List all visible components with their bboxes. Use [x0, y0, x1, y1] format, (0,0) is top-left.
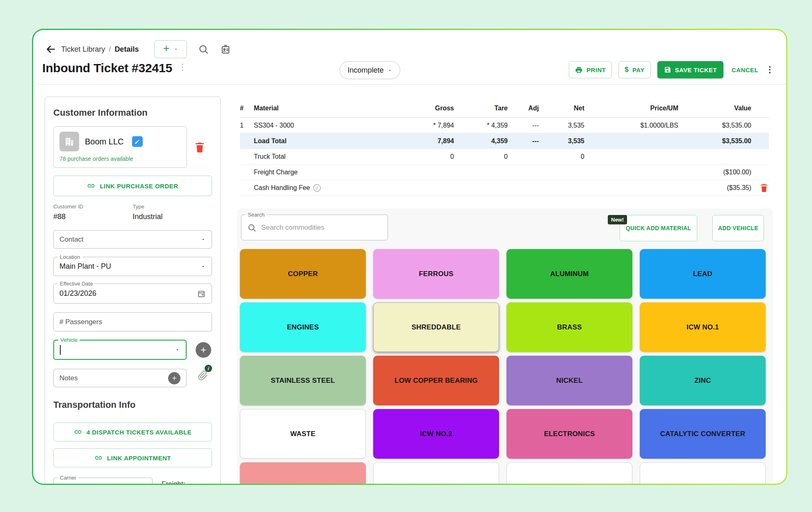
commodity-label: ZINC: [694, 377, 711, 385]
print-button[interactable]: PRINT: [569, 61, 612, 78]
printer-icon: [575, 66, 583, 74]
carrier-row: Carrier Freight:: [53, 478, 212, 485]
passengers-field[interactable]: # Passengers: [53, 312, 212, 331]
materials-table: # Material Gross Tare Adj Net Price/UM V…: [240, 99, 769, 196]
commodity-label: FERROUS: [419, 270, 454, 278]
more-actions-icon[interactable]: [766, 64, 773, 75]
dispatch-label: 4 DISPATCH TICKETS AVAILABLE: [87, 429, 192, 436]
commodity-zinc[interactable]: ZINC: [640, 356, 766, 405]
transportation-heading: Transportation Info: [53, 400, 212, 410]
commodity-search-field[interactable]: Search: [241, 215, 388, 240]
dispatch-tickets-button[interactable]: 4 DISPATCH TICKETS AVAILABLE: [53, 423, 212, 441]
commodity-waste[interactable]: WASTE: [240, 409, 366, 459]
table-row-load-total: Load Total 7,894 4,359 --- 3,535 $3,535.…: [240, 133, 769, 149]
plus-icon: +: [163, 43, 170, 54]
header-actions: PRINT $ PAY SAVE TICKET CANCEL: [569, 62, 773, 78]
commodity-label: NICKEL: [556, 377, 582, 385]
calendar-icon[interactable]: [197, 289, 206, 298]
material-name: SS304 - 3000: [254, 122, 401, 129]
contact-label: Contact: [59, 235, 84, 244]
commodity-label: ICW NO.1: [687, 323, 719, 331]
add-note-plus-button[interactable]: +: [168, 372, 180, 384]
add-vehicle-plus-button[interactable]: +: [196, 342, 211, 358]
commodity-partial-16[interactable]: [240, 462, 366, 485]
link-appointment-label: LINK APPOINTMENT: [107, 455, 171, 462]
vehicle-row: Vehicle +: [53, 340, 212, 360]
add-vehicle-button[interactable]: ADD VEHICLE: [712, 215, 764, 241]
effective-date-field[interactable]: Effective Date 01/23/2026: [53, 283, 212, 304]
carrier-field[interactable]: Carrier: [53, 478, 153, 485]
attachment-area[interactable]: i: [197, 370, 209, 381]
breadcrumb-library[interactable]: Ticket Library: [61, 45, 105, 54]
commodity-catalytic-converter[interactable]: CATALYTIC CONVERTER: [640, 409, 766, 459]
commodity-label: BRASS: [557, 323, 582, 331]
commodity-partial-19[interactable]: [640, 462, 766, 485]
col-material: Material: [254, 105, 401, 112]
passengers-label: # Passengers: [59, 318, 102, 326]
cancel-button[interactable]: CANCEL: [730, 66, 760, 73]
link-appointment-button[interactable]: LINK APPOINTMENT: [53, 448, 212, 467]
delete-fee-trash-icon[interactable]: [759, 183, 769, 193]
commodity-low-copper-bearing[interactable]: LOW COPPER BEARING: [373, 356, 499, 405]
commodity-label: COPPER: [288, 270, 318, 278]
commodity-lead[interactable]: LEAD: [640, 249, 766, 299]
commodity-engines[interactable]: ENGINES: [240, 302, 366, 352]
commodity-partial-18[interactable]: [506, 462, 632, 485]
chevron-down-icon: [201, 237, 206, 242]
commodity-search-input[interactable]: [260, 223, 365, 232]
table-row-material[interactable]: 1 SS304 - 3000 * 7,894 * 4,359 --- 3,535…: [240, 118, 769, 133]
header-divider: [33, 84, 786, 85]
pay-button[interactable]: $ PAY: [618, 61, 650, 78]
info-icon[interactable]: i: [313, 184, 321, 192]
notes-field[interactable]: Notes +: [53, 369, 187, 387]
new-ticket-button[interactable]: +: [154, 40, 187, 58]
commodity-icw-no-1[interactable]: ICW NO.1: [640, 302, 766, 352]
col-adj: Adj: [508, 105, 539, 112]
col-value: Value: [678, 105, 751, 112]
col-tare: Tare: [454, 105, 508, 112]
vehicle-combobox[interactable]: Vehicle: [53, 340, 187, 360]
commodity-copper[interactable]: COPPER: [240, 249, 366, 299]
search-icon: [247, 223, 256, 232]
vehicle-label: Vehicle: [58, 336, 80, 343]
link-purchase-order-button[interactable]: LINK PURCHASE ORDER: [53, 176, 212, 196]
contact-select[interactable]: Contact: [53, 230, 212, 249]
id-badge-icon[interactable]: [218, 42, 233, 57]
commodity-brass[interactable]: BRASS: [506, 302, 632, 352]
search-icon[interactable]: [196, 42, 211, 57]
building-icon: [59, 132, 79, 151]
chevron-down-icon: [175, 347, 180, 352]
title-more-icon[interactable]: [182, 64, 183, 71]
breadcrumb-current: Details: [114, 45, 139, 54]
commodity-icw-no-2[interactable]: ICW NO.2: [373, 409, 499, 459]
commodity-shreddable[interactable]: SHREDDABLE: [373, 302, 499, 352]
edit-customer-icon[interactable]: [132, 136, 143, 147]
commodity-aluminum[interactable]: ALUMINUM: [506, 249, 632, 299]
commodity-label: ALUMINUM: [550, 270, 588, 278]
purchase-orders-note: 78 purchase orders available: [59, 155, 181, 162]
table-row-cash-handling-fee: Cash Handling Fee i ($35.35): [240, 180, 769, 196]
location-select[interactable]: Location Main Plant - PU: [53, 257, 212, 276]
commodity-nickel[interactable]: NICKEL: [506, 356, 632, 405]
quick-add-material-button[interactable]: QUICK ADD MATERIAL: [620, 215, 697, 241]
chevron-down-icon: [387, 68, 392, 73]
back-arrow-icon[interactable]: [44, 42, 58, 56]
info-badge-icon: i: [205, 365, 212, 372]
status-dropdown[interactable]: Incomplete: [340, 61, 400, 79]
commodity-label: CATALYTIC CONVERTER: [660, 430, 746, 438]
commodity-partial-17[interactable]: [373, 462, 499, 485]
remove-customer-trash-icon[interactable]: [187, 126, 212, 168]
customer-name: Boom LLC: [85, 137, 124, 146]
save-icon: [664, 66, 671, 73]
breadcrumb-separator: /: [109, 45, 111, 54]
table-header-row: # Material Gross Tare Adj Net Price/UM V…: [240, 99, 769, 118]
customer-info-heading: Customer Information: [53, 107, 212, 118]
commodity-stainless-steel[interactable]: STAINLESS STEEL: [240, 356, 366, 405]
customer-card[interactable]: Boom LLC 78 purchase orders available: [53, 126, 187, 168]
save-ticket-button[interactable]: SAVE TICKET: [657, 61, 723, 78]
text-cursor: [60, 345, 61, 355]
commodity-electronics[interactable]: ELECTRONICS: [506, 409, 632, 459]
col-num: #: [240, 105, 254, 112]
commodity-ferrous[interactable]: FERROUS: [373, 249, 499, 299]
notes-row: Notes + i: [53, 369, 212, 387]
